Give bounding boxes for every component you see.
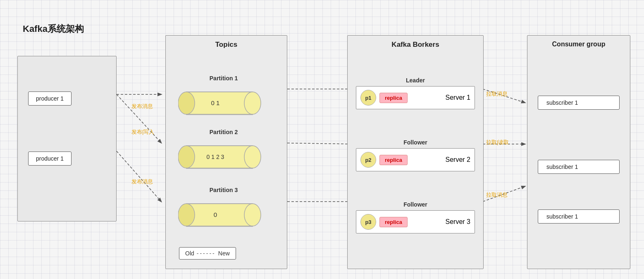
broker-p2: p2	[360, 152, 376, 168]
topics-title: Topics	[166, 41, 287, 49]
legend-old: Old	[185, 250, 194, 257]
consumer-group-title: Consumer group	[527, 41, 630, 48]
svg-point-23	[244, 204, 261, 226]
svg-point-10	[178, 92, 195, 114]
partition-1-label: Partition 1	[210, 75, 238, 82]
page-title: Kafka系统架构	[23, 23, 84, 35]
annotation-publish-2: 发布|写入	[131, 128, 154, 136]
broker-server-3: Server 3	[411, 218, 470, 226]
subscriber-2: subscriber 1	[538, 160, 620, 174]
broker-p1: p1	[360, 90, 376, 106]
broker-p3: p3	[360, 214, 376, 230]
svg-point-22	[178, 204, 195, 226]
consumer-group-section: Consumer group subscriber 1 subscriber 1…	[527, 35, 630, 269]
broker-follower2-box: p3 replica Server 3	[356, 210, 475, 233]
broker-replica-1: replica	[379, 93, 408, 103]
partition-3-label: Partition 3	[210, 187, 238, 193]
broker-follower1-box: p2 replica Server 2	[356, 148, 475, 171]
broker-leader-row: Leader p1 replica Server 1	[356, 77, 475, 109]
brokers-section: Kafka Borkers Leader p1 replica Server 1…	[347, 35, 484, 269]
broker-follower2-label: Follower	[356, 201, 475, 208]
broker-follower1-label: Follower	[356, 139, 475, 146]
annotation-publish-1: 发布消息	[131, 103, 153, 110]
topics-section: Topics Partition 1 0 1 Partition 2 0 1 2	[165, 35, 287, 269]
annotation-pull-1: 拉取消息	[486, 90, 508, 98]
partition-2-container: Partition 2 0 1 2 3	[178, 129, 269, 177]
broker-leader-label: Leader	[356, 77, 475, 84]
brokers-title: Kafka Borkers	[348, 41, 483, 49]
annotation-publish-3: 发布消息	[131, 178, 153, 185]
svg-point-17	[244, 146, 261, 168]
broker-follower2-row: Follower p3 replica Server 3	[356, 201, 475, 233]
svg-rect-21	[186, 204, 253, 226]
annotation-pull-2: 拉取|读取	[486, 139, 509, 146]
svg-point-16	[178, 146, 195, 168]
broker-server-2: Server 2	[411, 156, 470, 164]
annotation-pull-3: 拉取消息	[486, 191, 508, 199]
producers-box: producer 1 producer 1	[17, 56, 117, 221]
broker-replica-3: replica	[379, 217, 408, 227]
subscriber-1: subscriber 1	[538, 96, 620, 110]
svg-point-11	[244, 92, 261, 114]
partition-1-container: Partition 1 0 1	[178, 75, 269, 123]
broker-server-1: Server 1	[411, 94, 470, 101]
legend-new: New	[218, 250, 230, 257]
producer-1: producer 1	[28, 91, 72, 106]
svg-text:0  1: 0 1	[211, 99, 220, 106]
legend-box: Old ------ New	[179, 247, 236, 260]
svg-text:0  1  2  3: 0 1 2 3	[207, 154, 224, 160]
broker-leader-box: p1 replica Server 1	[356, 86, 475, 109]
broker-follower1-row: Follower p2 replica Server 2	[356, 139, 475, 171]
subscriber-3: subscriber 1	[538, 209, 620, 224]
broker-replica-2: replica	[379, 155, 408, 165]
svg-line-2	[117, 151, 161, 202]
producer-2: producer 1	[28, 152, 72, 166]
legend-dashes: ------	[197, 250, 216, 257]
svg-text:0: 0	[214, 211, 217, 218]
partition-2-label: Partition 2	[210, 129, 238, 135]
partition-3-container: Partition 3 0	[178, 187, 269, 235]
